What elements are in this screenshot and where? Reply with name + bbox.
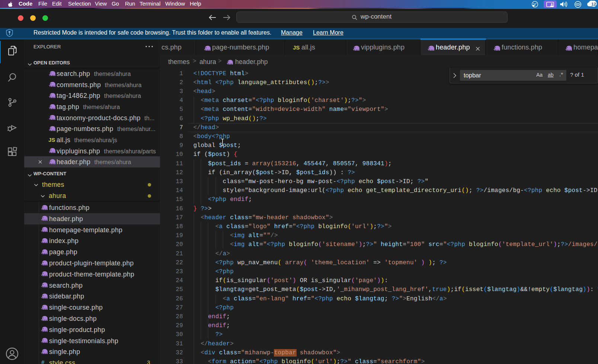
svg-text:12: 12 <box>591 2 596 6</box>
